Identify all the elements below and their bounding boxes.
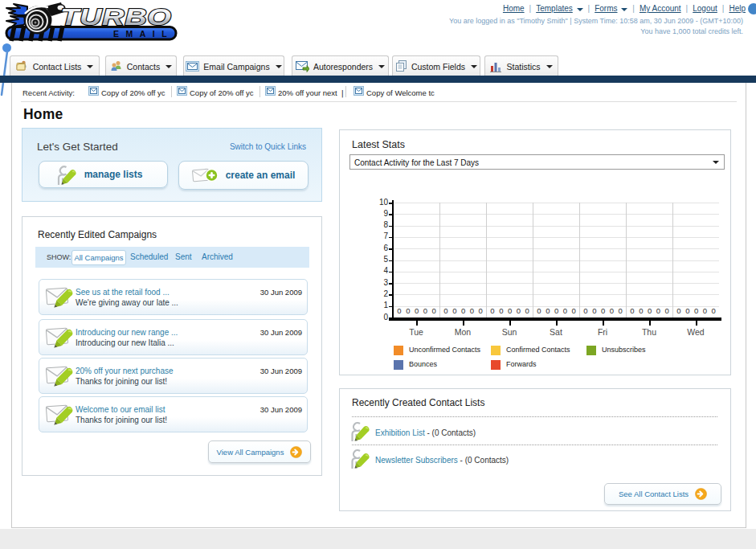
svg-text:TURBO: TURBO bbox=[60, 3, 172, 30]
svg-text:EMAIL: EMAIL bbox=[113, 29, 174, 39]
